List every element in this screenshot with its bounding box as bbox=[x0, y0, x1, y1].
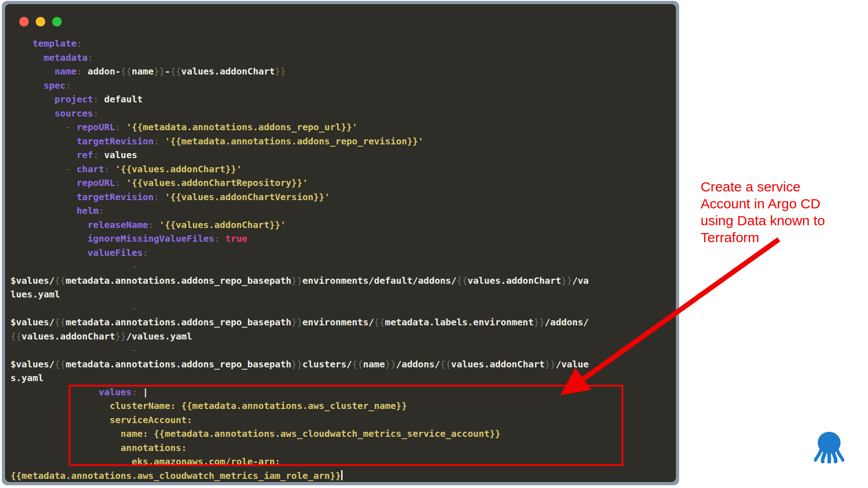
code-segment: metadata bbox=[11, 52, 88, 63]
code-segment: /value bbox=[556, 359, 589, 370]
code-segment: : bbox=[115, 177, 121, 188]
code-segment: environments/ bbox=[302, 317, 374, 328]
code-segment: }} bbox=[534, 317, 545, 328]
code-segment: '{{metadata.annotations.addons_repo_revi… bbox=[159, 136, 423, 147]
code-segment: values bbox=[11, 387, 132, 398]
code-line: metadata: bbox=[11, 51, 589, 65]
code-line: eks.amazonaws.com/role-arn: bbox=[11, 455, 589, 469]
code-line: sources: bbox=[11, 106, 589, 121]
code-segment: /addons/ bbox=[545, 317, 589, 328]
code-segment: - bbox=[11, 261, 137, 272]
code-line: values: | bbox=[11, 385, 589, 399]
code-segment: helm bbox=[11, 205, 99, 216]
code-segment: valueFiles bbox=[11, 247, 143, 258]
code-segment: name bbox=[363, 359, 385, 370]
code-segment: {{ bbox=[54, 275, 65, 286]
code-segment: '{{metadata.annotations.addons_repo_url}… bbox=[121, 122, 358, 133]
code-segment: project bbox=[11, 94, 93, 105]
maximize-button[interactable] bbox=[52, 17, 62, 27]
minimize-button[interactable] bbox=[36, 17, 45, 27]
code-segment: eks.amazonaws.com/role-arn: bbox=[11, 456, 280, 467]
close-button[interactable] bbox=[19, 17, 29, 27]
code-line: - chart: '{{values.addonChart}}' bbox=[11, 162, 589, 176]
code-segment: {{ bbox=[54, 317, 65, 328]
code-line: serviceAccount: bbox=[11, 413, 589, 427]
code-line: valueFiles: bbox=[11, 246, 589, 260]
code-line: s.yaml bbox=[11, 371, 589, 385]
code-line: repoURL: '{{values.addonChartRepository}… bbox=[11, 176, 589, 190]
code-segment: : bbox=[104, 164, 110, 175]
code-segment: s.yaml bbox=[11, 372, 43, 383]
code-line: - bbox=[11, 302, 589, 316]
code-segment: values.addonChart bbox=[181, 66, 275, 77]
code-segment: - bbox=[11, 164, 77, 175]
code-segment: - bbox=[11, 303, 137, 314]
code-line: ref: values bbox=[11, 148, 589, 162]
code-segment: : bbox=[88, 52, 93, 63]
window-controls bbox=[19, 17, 62, 27]
code-segment: repoURL bbox=[11, 177, 115, 188]
code-segment: {{ bbox=[54, 359, 65, 370]
code-segment: name: {{metadata.annotations.aws_cloudwa… bbox=[11, 428, 501, 439]
code-segment: name bbox=[132, 66, 154, 77]
code-segment: sources bbox=[11, 108, 93, 119]
code-segment: : bbox=[65, 80, 71, 91]
code-segment: }} bbox=[115, 331, 126, 342]
code-segment: {{metadata.annotations.aws_cloudwatch_me… bbox=[11, 470, 341, 481]
code-segment: template bbox=[11, 38, 77, 49]
code-segment: : bbox=[77, 38, 82, 49]
code-segment: '{{values.addonChartVersion}}' bbox=[159, 191, 330, 202]
code-segment: : bbox=[93, 108, 99, 119]
code-segment: '{{values.addonChartRepository}}' bbox=[121, 177, 308, 188]
code-segment: : bbox=[154, 136, 159, 147]
code-line: lues.yaml bbox=[11, 287, 589, 302]
code-segment: : bbox=[132, 387, 137, 398]
code-segment: | bbox=[137, 387, 148, 398]
code-segment: }} bbox=[291, 275, 302, 286]
code-segment: }} bbox=[545, 359, 556, 370]
code-line: $values/{{metadata.annotations.addons_re… bbox=[11, 357, 589, 371]
code-segment: }} bbox=[291, 317, 302, 328]
code-segment: - bbox=[11, 345, 137, 355]
code-segment: - bbox=[165, 66, 170, 77]
code-segment: /values.yaml bbox=[126, 331, 193, 342]
octopus-deploy-logo-icon bbox=[814, 431, 844, 463]
code-segment: {{ bbox=[352, 359, 363, 370]
code-line: ignoreMissingValueFiles: true bbox=[11, 232, 589, 246]
code-segment: '{{values.addonChart}}' bbox=[154, 219, 286, 230]
code-segment: metadata.annotations.addons_repo_basepat… bbox=[65, 359, 291, 370]
code-segment: }} bbox=[291, 359, 302, 370]
code-segment: default bbox=[99, 94, 143, 105]
code-line: name: {{metadata.annotations.aws_cloudwa… bbox=[11, 427, 589, 441]
code-segment: : bbox=[214, 233, 220, 244]
code-segment: : bbox=[115, 122, 121, 133]
code-segment: repoURL bbox=[77, 122, 115, 133]
code-segment: targetRevision bbox=[11, 191, 154, 202]
code-line: name: addon-{{name}}-{{values.addonChart… bbox=[11, 64, 589, 79]
code-segment: chart bbox=[77, 164, 104, 175]
text-cursor bbox=[341, 470, 343, 480]
code-segment: : bbox=[77, 66, 82, 77]
code-segment: values.addonChart bbox=[21, 331, 115, 342]
code-line: $values/{{metadata.annotations.addons_re… bbox=[11, 315, 589, 329]
code-line: spec: bbox=[11, 79, 589, 93]
code-segment: {{ bbox=[170, 66, 181, 77]
code-segment: {{ bbox=[374, 317, 385, 328]
code-segment: : bbox=[148, 219, 154, 230]
code-segment: }} bbox=[154, 66, 165, 77]
code-segment: /va bbox=[572, 275, 589, 286]
code-segment: metadata.labels.environment bbox=[385, 317, 534, 328]
code-segment: addon- bbox=[82, 66, 121, 77]
code-segment: : bbox=[99, 205, 104, 216]
code-line: project: default bbox=[11, 92, 589, 106]
code-segment: /addons/ bbox=[396, 359, 440, 370]
code-segment: annotations: bbox=[11, 442, 187, 453]
code-segment: $values/ bbox=[11, 359, 54, 370]
code-segment: {{ bbox=[440, 359, 451, 370]
code-segment: : bbox=[154, 191, 159, 202]
yaml-code: template: metadata: name: addon-{{name}}… bbox=[11, 37, 589, 483]
annotation-note: Create a service Account in Argo CD usin… bbox=[701, 178, 838, 246]
code-segment: metadata.annotations.addons_repo_basepat… bbox=[65, 317, 291, 328]
code-segment: }} bbox=[561, 275, 572, 286]
code-segment: metadata.annotations.addons_repo_basepat… bbox=[65, 275, 291, 286]
